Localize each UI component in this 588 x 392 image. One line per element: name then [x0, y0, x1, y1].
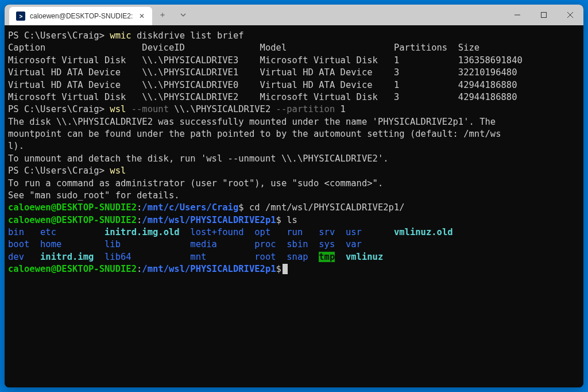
- tab-dropdown-button[interactable]: [173, 5, 194, 25]
- tab-active[interactable]: caloewen@DESKTOP-SNUDIE2: ✕: [9, 7, 152, 25]
- maximize-button[interactable]: [531, 5, 557, 25]
- minimize-button[interactable]: [504, 5, 531, 25]
- terminal-content[interactable]: PS C:\Users\Craig> wmic diskdrive list b…: [5, 25, 583, 387]
- powershell-icon: [16, 11, 25, 21]
- close-window-button[interactable]: [557, 5, 583, 25]
- svg-rect-1: [541, 13, 547, 18]
- close-tab-icon[interactable]: ✕: [137, 11, 146, 21]
- window-controls: [504, 5, 583, 25]
- new-tab-button[interactable]: ＋: [152, 5, 173, 25]
- titlebar: caloewen@DESKTOP-SNUDIE2: ✕ ＋: [5, 5, 583, 25]
- tab-title: caloewen@DESKTOP-SNUDIE2:: [30, 12, 133, 20]
- cursor: [283, 264, 288, 274]
- terminal-window: caloewen@DESKTOP-SNUDIE2: ✕ ＋ PS C:\User…: [5, 5, 583, 387]
- tab-strip: caloewen@DESKTOP-SNUDIE2: ✕ ＋: [5, 5, 504, 25]
